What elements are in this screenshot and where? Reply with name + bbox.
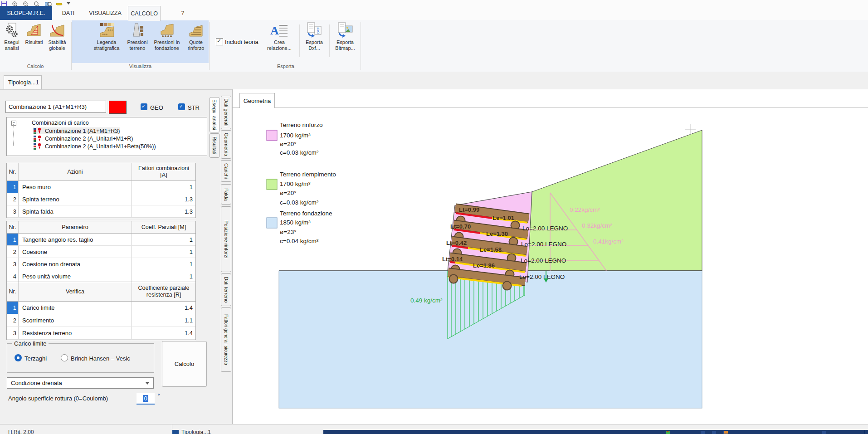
geometry-drawing[interactable]: 0.49 kg/cm² <box>232 89 868 424</box>
side-tab-risultati[interactable]: Risultati <box>210 133 219 158</box>
group-label-calcolo: Calcolo <box>0 63 71 69</box>
tab-slope-mre[interactable]: SLOPE-M.R.E. <box>0 6 52 20</box>
legend-cohesion: c=0.03 kg/cm² <box>280 199 319 206</box>
status-bar: H.Rit. 2.00 Tipologia...1 <box>0 430 323 434</box>
tree-root-label: Combinazioni di carico <box>32 120 89 126</box>
reinforcement-levels-icon <box>188 21 204 39</box>
button-label: Pressioni <box>127 39 147 45</box>
crea-relazione-button[interactable]: A Crea relazione... <box>262 21 297 63</box>
str-checkbox[interactable] <box>178 103 185 110</box>
esporta-dxf-button[interactable]: DXF Esporta Dxf... <box>301 21 327 63</box>
button-label: stratigrafica <box>94 45 120 51</box>
group-separator <box>209 22 210 70</box>
taskbar-app-icon[interactable] <box>724 431 728 434</box>
side-tab-dati-terreno[interactable]: Dati terreno <box>221 273 231 306</box>
table-row[interactable]: 3Coesione non drenata1 <box>7 258 195 270</box>
side-tab-carichi[interactable]: Carichi <box>221 160 231 182</box>
ribbon-tab-bar: SLOPE-M.R.E. DATI VISUALIZZA CALCOLO ? <box>0 6 868 20</box>
tab-help[interactable]: ? <box>177 6 189 20</box>
risultati-button[interactable]: Risultati <box>24 21 44 63</box>
document-tab-tipologia[interactable]: Tipologia...1 <box>4 75 42 89</box>
side-tab-posizione-rinforzi[interactable]: Posizione rinforzi <box>221 206 231 272</box>
tree-item-combination-1[interactable]: Combinazione 1 (A1+M1+R3) <box>33 127 120 134</box>
button-label: terreno <box>130 45 146 51</box>
svg-text:+++: +++ <box>107 29 113 32</box>
terzaghi-radio[interactable] <box>15 354 22 361</box>
taskbar-app-icon[interactable] <box>701 431 705 434</box>
side-tab-geometria[interactable]: Geometria <box>221 130 231 159</box>
button-label: Esporta <box>336 39 354 45</box>
button-label: Esegui <box>4 39 20 45</box>
tree-item-label: Combinazione 2 (A_Unitari+M1+Beta(50%)) <box>45 143 156 150</box>
quote-rinforzo-button[interactable]: Quote rinforzo <box>184 21 208 63</box>
tab-calcolo[interactable]: CALCOLO <box>128 6 161 21</box>
tree-item-combination-2[interactable]: Combinazione 2 (A_Unitari+M1+R) <box>33 135 133 142</box>
button-label: fondazione <box>155 45 179 51</box>
table-row[interactable]: 3Resistenza terreno1.4 <box>7 327 195 340</box>
status-left-text: H.Rit. 2.00 <box>8 430 34 434</box>
quick-access-more-icon[interactable] <box>67 2 70 5</box>
combination-name-input[interactable]: Combinazione 1 (A1+M1+R3) <box>5 101 106 113</box>
zoom-window-icon[interactable] <box>45 0 52 6</box>
measure-icon[interactable] <box>56 0 63 6</box>
lt-label: Lt=0.99 <box>459 206 479 213</box>
table-row[interactable]: 4Peso unità volume1 <box>7 270 195 283</box>
brinch-hansen-label: Brinch Hansen – Vesic <box>71 355 130 362</box>
tab-visualizza[interactable]: VISUALIZZA <box>87 6 123 20</box>
windows-taskbar[interactable] <box>323 430 868 434</box>
legend-cohesion: c=0.04 kg/cm² <box>280 238 319 244</box>
combination-icon <box>33 135 43 142</box>
esegui-analisi-button[interactable]: Esegui analisi <box>1 21 23 63</box>
button-label: Stabilità <box>48 39 66 45</box>
table-row[interactable]: 2Coesione1 <box>7 246 195 258</box>
pressioni-terreno-button[interactable]: Pressioni terreno <box>125 21 150 63</box>
button-label: Esporta <box>306 39 323 45</box>
side-tab-falda[interactable]: Falda <box>221 184 231 205</box>
table-row[interactable]: 1Tangente angolo res. taglio1 <box>7 234 195 246</box>
table-row[interactable]: 1Carico limite1.4 <box>7 302 195 314</box>
taskbar-app-icon <box>667 431 668 432</box>
includi-teoria-checkbox[interactable] <box>216 38 223 45</box>
pressioni-fondazione-button[interactable]: Pressioni in fondazione <box>151 21 183 63</box>
stabilita-globale-button[interactable]: Stabilità globale <box>45 21 69 63</box>
legend-name: Terreno rinforzo <box>280 122 323 128</box>
geo-checkbox[interactable] <box>141 103 147 110</box>
side-tab-fattori-sicurezza[interactable]: Fattori generali sicurezza <box>221 307 231 372</box>
zoom-in-icon[interactable] <box>12 0 19 6</box>
zoom-all-icon[interactable] <box>34 0 41 6</box>
side-tab-esegui-analisi[interactable]: Esegui analisi <box>210 97 219 132</box>
table-row[interactable]: 3Spinta falda1.3 <box>7 205 195 218</box>
zoom-out-icon[interactable] <box>23 0 30 6</box>
col-header-fattori: Fattori combinazioni[A] <box>132 163 195 180</box>
save-icon[interactable] <box>1 0 8 6</box>
drain-condition-select[interactable]: Condizione drenata <box>7 377 154 389</box>
tree-guide-line <box>13 124 14 146</box>
taskbar-app-icon[interactable] <box>822 431 826 434</box>
legenda-stratigrafica-button[interactable]: ++++++ Legenda stratigrafica <box>89 21 124 63</box>
rupture-angle-label: Angolo superficie rottura (0=Coulomb) <box>8 395 108 402</box>
svg-text:A: A <box>270 24 279 37</box>
quick-access-toolbar <box>0 0 868 6</box>
taskbar-app-icon[interactable] <box>712 431 716 434</box>
tree-item-combination-3[interactable]: Combinazione 2 (A_Unitari+M1+Beta(50%)) <box>33 143 156 150</box>
legend-unit-weight: 1850 kg/m³ <box>280 219 311 226</box>
table-row[interactable]: 2Scorrimento1.1 <box>7 314 195 327</box>
legend-name: Terreno riempimento <box>280 171 336 178</box>
brinch-hansen-radio[interactable] <box>61 354 68 361</box>
partial-coefficients-table: Nr. Parametro Coeff. Parziali [M] 1Tange… <box>6 221 196 283</box>
button-label: Legenda <box>97 39 117 45</box>
col-header-nr: Nr. <box>7 163 19 180</box>
table-row[interactable]: 1Peso muro1 <box>7 181 195 193</box>
tab-dati[interactable]: DATI <box>58 6 78 20</box>
calcolo-button[interactable]: Calcolo <box>162 341 207 387</box>
esporta-bitmap-button[interactable]: Esporta Bitmap... <box>331 21 359 63</box>
tree-root-row[interactable]: − Combinazioni di carico <box>11 120 89 126</box>
combination-color-swatch[interactable] <box>109 101 127 114</box>
col-header-nr: Nr. <box>7 282 19 301</box>
col-header-azioni: Azioni <box>19 163 132 180</box>
side-tab-dati-generali[interactable]: Dati generali <box>221 96 231 129</box>
button-label: Pressioni in <box>154 39 180 45</box>
show-desktop-button[interactable] <box>865 430 865 434</box>
rupture-angle-input[interactable]: 0 <box>137 393 155 405</box>
table-row[interactable]: 2Spinta terreno1.3 <box>7 193 195 205</box>
